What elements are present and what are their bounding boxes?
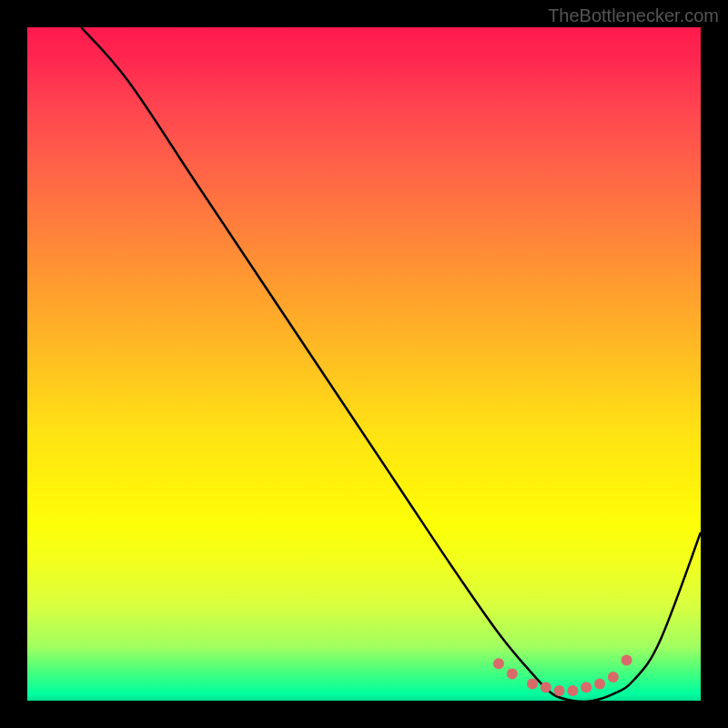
marker-point <box>493 658 504 669</box>
marker-point <box>608 672 619 682</box>
watermark-text: TheBottlenecker.com <box>548 5 719 26</box>
marker-point <box>622 655 632 666</box>
marker-point <box>527 679 538 690</box>
marker-point <box>554 685 565 696</box>
marker-points <box>493 655 632 696</box>
marker-point <box>581 682 592 693</box>
marker-point <box>594 679 605 690</box>
chart-area <box>27 27 701 701</box>
marker-point <box>541 682 551 693</box>
curve-line <box>81 27 701 701</box>
marker-point <box>507 668 518 679</box>
marker-point <box>567 685 578 696</box>
chart-svg <box>27 27 701 701</box>
